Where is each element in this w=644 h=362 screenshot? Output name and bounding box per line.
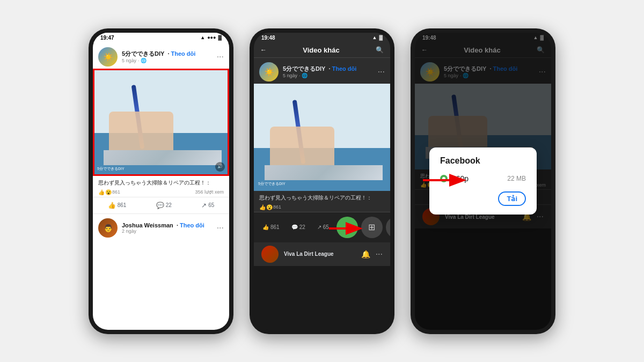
phone2-left-actions: 👍 861 💬 22 ↗ 65: [258, 222, 333, 232]
phone3-modal-actions: Tải: [440, 191, 526, 206]
phone-3-screen: 19:48 ▲ ▓ ← Video khác 🔍 ☀️ 5分でできるDIY ·: [415, 33, 551, 330]
phone2-red-arrow: [324, 218, 367, 241]
scene-content: [104, 85, 222, 165]
phone2-download-toolbar: 👍 861 💬 22 ↗ 65 ↓: [254, 212, 390, 242]
like-emoji: 👍: [98, 189, 105, 195]
phone1-volume[interactable]: 🔊: [215, 162, 225, 172]
phone1-three-dots[interactable]: ···: [217, 53, 224, 61]
phone1-status-icons: ▲ ●●● ▓: [200, 35, 222, 40]
phone1-emojis: 👍 😮 861: [98, 189, 120, 195]
phone2-metal: [265, 165, 383, 180]
phone1-watermark: 5分でできるDIY: [97, 166, 125, 172]
phone-2: 19:48 ▲ ▓ ← Video khác 🔍 ☀️ 5分でできるDIY ·: [250, 28, 394, 334]
phone-2-body: 19:48 ▲ ▓ ← Video khác 🔍 ☀️ 5分でできるDIY ·: [250, 28, 394, 334]
phone3-size: 22 MB: [507, 175, 526, 182]
phone2-theo-doi[interactable]: Theo dõi: [332, 65, 357, 72]
phone2-post-info: 5分でできるDIY · Theo dõi 5 ngày · 🌐: [283, 65, 374, 78]
signal-icon: ●●●: [207, 35, 216, 40]
phone2-reaction-count: 861: [273, 204, 281, 210]
phone1-reaction-count: 861: [112, 189, 120, 195]
phone2-channel-name: 5分でできるDIY · Theo dõi: [283, 65, 374, 73]
phone1-post-info: 5分でできるDIY · Theo dõi 5 ngày · 🌐: [122, 50, 213, 63]
phone1-second-dots[interactable]: ···: [217, 224, 224, 232]
phone2-download-area: 👍 861 💬 22 ↗ 65 ↓: [254, 212, 390, 242]
phone2-bottom-dots[interactable]: ···: [376, 250, 383, 258]
phone1-action-bar: 👍 861 💬 22 ↗ 65: [93, 197, 229, 214]
phone-3: 19:48 ▲ ▓ ← Video khác 🔍 ☀️ 5分でできるDIY ·: [411, 28, 555, 334]
phone2-bell-icon[interactable]: 🔔: [361, 250, 370, 258]
phone2-like-btn[interactable]: 👍 861: [258, 222, 284, 232]
phone1-views: 356 lượt xem: [195, 189, 224, 195]
comment-icon: 💬: [156, 202, 164, 209]
phone1-channel-avatar: ☀️: [98, 47, 118, 67]
phone2-emojis: 👍 😮 861: [259, 204, 281, 210]
phone2-post-header: ☀️ 5分でできるDIY · Theo dõi 5 ngày · 🌐 ···: [254, 58, 390, 84]
phone1-channel-name: 5分でできるDIY · Theo dõi: [122, 50, 213, 58]
phone1-video-container[interactable]: 5分でできるDIY 🔊: [93, 69, 229, 176]
phone3-modal-container: Facebook 360p 22 MB Tải: [415, 147, 551, 215]
phone2-scene: 5分でできるDIY: [254, 84, 390, 191]
phone2-comment-btn[interactable]: 💬 22: [287, 222, 310, 232]
phone3-red-arrow: [420, 169, 469, 193]
phone1-comment-btn[interactable]: 💬 22: [152, 200, 176, 211]
phone1-thumbnail: 5分でできるDIY 🔊: [93, 69, 229, 176]
phone1-video: 5分でできるDIY 🔊: [93, 69, 229, 176]
phone1-second-name: Joshua Weissman · Theo dõi: [122, 222, 213, 228]
phone2-status-bar: 19:48 ▲ ▓: [254, 33, 390, 43]
metal-plate-sim: [104, 150, 222, 165]
phone2-post-meta: 5 ngày · 🌐: [283, 73, 374, 78]
phone1-second-avatar: 👨: [98, 218, 118, 238]
phone2-wifi-icon: ▲: [372, 35, 377, 40]
phone2-nav-bar: ← Video khác 🔍: [254, 43, 390, 58]
phone2-viva-info: Viva La Dirt League: [284, 251, 356, 257]
phone2-thumbnail: 5分でできるDIY: [254, 84, 390, 191]
phone1-second-theo-doi[interactable]: Theo dõi: [180, 222, 204, 228]
phone2-viva-avatar: [261, 246, 279, 263]
hand-sim: [109, 112, 173, 154]
phone2-watermark: 5分でできるDIY: [258, 181, 286, 187]
arrow-svg: [324, 218, 367, 239]
phone2-search-icon[interactable]: 🔍: [376, 46, 384, 54]
phone1-share-btn[interactable]: ↗ 65: [197, 200, 218, 211]
phone1-post-meta: 5 ngày · 🌐: [122, 58, 213, 63]
phone2-expand-btn[interactable]: ⤢: [386, 217, 390, 238]
phone3-arrow-svg: [420, 169, 469, 191]
phone2-video: 5分でできるDIY: [254, 84, 390, 191]
phone-1: 19:47 ▲ ●●● ▓ ☀️ 5分でできるDIY · Theo dõi 5 …: [89, 28, 233, 334]
phone1-like-btn[interactable]: 👍 861: [104, 200, 131, 211]
phone2-heart-emoji: 😮: [266, 204, 273, 210]
phone2-battery-icon: ▓: [379, 35, 383, 40]
battery-icon: ▓: [218, 35, 222, 40]
phone2-video-container[interactable]: 5分でできるDIY: [254, 84, 390, 191]
phone2-share-icon: ↗: [317, 224, 321, 230]
phone2-like-emoji: 👍: [259, 204, 266, 210]
phone2-channel-avatar: ☀️: [259, 62, 279, 82]
phone2-caption: 思わず見入っちゃう大掃除＆リペアの工程！：: [254, 191, 390, 203]
phone2-comment-icon: 💬: [291, 224, 298, 230]
phone1-time: 19:47: [100, 35, 114, 41]
phone-3-body: 19:48 ▲ ▓ ← Video khác 🔍 ☀️ 5分でできるDIY ·: [411, 28, 555, 334]
like-icon: 👍: [108, 202, 116, 209]
phone1-second-post: 👨 Joshua Weissman · Theo dõi 2 ngày ···: [93, 214, 229, 242]
phone-2-screen: 19:48 ▲ ▓ ← Video khác 🔍 ☀️ 5分でできるDIY ·: [254, 33, 390, 330]
phone2-time: 19:48: [261, 35, 275, 41]
phone2-status-icons: ▲ ▓: [372, 35, 383, 40]
phone-1-body: 19:47 ▲ ●●● ▓ ☀️ 5分でできるDIY · Theo dõi 5 …: [89, 28, 233, 334]
phone1-status-bar: 19:47 ▲ ●●● ▓: [93, 33, 229, 43]
phone1-scene: 5分でできるDIY 🔊: [93, 69, 229, 176]
phone1-caption: 思わず見入っちゃう大掃除＆リペアの工程！：: [93, 176, 229, 188]
phone2-back-icon[interactable]: ←: [260, 46, 267, 54]
phone1-second-info: Joshua Weissman · Theo dõi 2 ngày: [122, 222, 213, 234]
phone2-like-icon: 👍: [262, 224, 269, 230]
phone3-modal-overlay: Facebook 360p 22 MB Tải: [415, 33, 551, 330]
phone2-three-dots[interactable]: ···: [378, 68, 385, 76]
wifi-icon: ▲: [200, 35, 205, 40]
phone2-scene-content: [265, 100, 383, 180]
phone2-viva-name: Viva La Dirt League: [284, 251, 356, 257]
phone3-tai-button[interactable]: Tải: [498, 191, 526, 206]
phone1-theo-doi[interactable]: Theo dõi: [171, 50, 196, 57]
phone2-hand: [270, 127, 334, 169]
phone2-reactions-bar: 👍 😮 861: [254, 203, 390, 212]
phone2-nav-title: Video khác: [303, 46, 339, 54]
phone1-second-meta: 2 ngày: [122, 228, 213, 234]
